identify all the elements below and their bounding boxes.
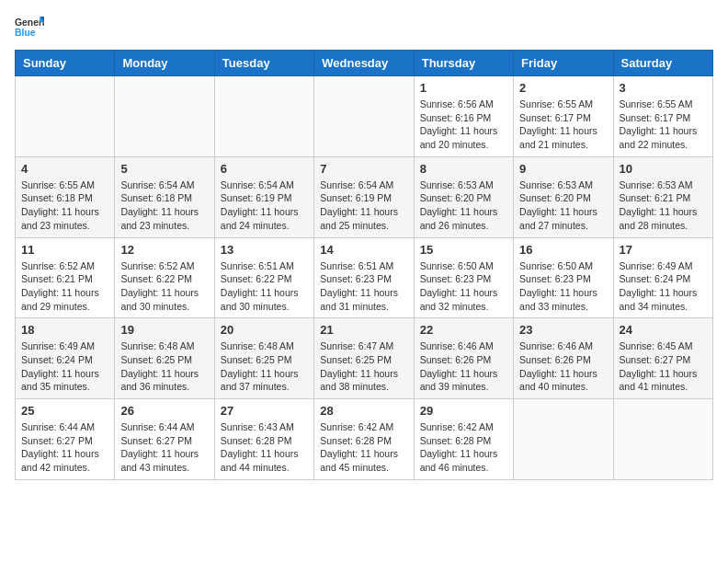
day-number: 10 [620, 162, 707, 176]
day-number: 26 [120, 404, 208, 418]
day-number: 14 [320, 243, 407, 257]
day-number: 6 [221, 162, 308, 176]
day-number: 9 [519, 162, 607, 176]
day-info: Sunrise: 6:53 AM Sunset: 6:21 PM Dayligh… [620, 178, 707, 233]
calendar-day-cell: 1Sunrise: 6:56 AM Sunset: 6:16 PM Daylig… [414, 76, 513, 157]
calendar-table: SundayMondayTuesdayWednesdayThursdayFrid… [15, 50, 713, 480]
day-info: Sunrise: 6:53 AM Sunset: 6:20 PM Dayligh… [519, 178, 607, 233]
calendar-day-cell: 14Sunrise: 6:51 AM Sunset: 6:23 PM Dayli… [314, 237, 414, 318]
day-info: Sunrise: 6:55 AM Sunset: 6:17 PM Dayligh… [620, 98, 707, 152]
calendar-day-cell: 20Sunrise: 6:48 AM Sunset: 6:25 PM Dayli… [214, 318, 313, 399]
day-info: Sunrise: 6:49 AM Sunset: 6:24 PM Dayligh… [620, 259, 707, 314]
day-info: Sunrise: 6:49 AM Sunset: 6:24 PM Dayligh… [21, 339, 108, 394]
day-info: Sunrise: 6:44 AM Sunset: 6:27 PM Dayligh… [120, 420, 208, 475]
day-number: 5 [120, 162, 208, 176]
day-info: Sunrise: 6:51 AM Sunset: 6:23 PM Dayligh… [320, 259, 407, 314]
calendar-day-cell: 5Sunrise: 6:54 AM Sunset: 6:18 PM Daylig… [115, 156, 214, 237]
day-header-monday: Monday [115, 51, 214, 76]
calendar-day-cell: 9Sunrise: 6:53 AM Sunset: 6:20 PM Daylig… [514, 156, 613, 237]
calendar-day-cell: 7Sunrise: 6:54 AM Sunset: 6:19 PM Daylig… [314, 156, 414, 237]
day-info: Sunrise: 6:48 AM Sunset: 6:25 PM Dayligh… [120, 339, 208, 394]
logo: General Blue [15, 15, 44, 40]
day-info: Sunrise: 6:46 AM Sunset: 6:26 PM Dayligh… [420, 339, 507, 394]
day-info: Sunrise: 6:52 AM Sunset: 6:22 PM Dayligh… [120, 259, 208, 314]
day-number: 24 [620, 323, 707, 337]
calendar-day-cell [314, 76, 414, 157]
calendar-day-cell: 8Sunrise: 6:53 AM Sunset: 6:20 PM Daylig… [414, 156, 513, 237]
day-header-wednesday: Wednesday [314, 51, 414, 76]
day-info: Sunrise: 6:50 AM Sunset: 6:23 PM Dayligh… [420, 259, 507, 314]
day-number: 29 [420, 404, 507, 418]
calendar-day-cell: 11Sunrise: 6:52 AM Sunset: 6:21 PM Dayli… [16, 237, 115, 318]
calendar-day-cell: 21Sunrise: 6:47 AM Sunset: 6:25 PM Dayli… [314, 318, 414, 399]
day-info: Sunrise: 6:52 AM Sunset: 6:21 PM Dayligh… [21, 259, 108, 314]
calendar-day-cell [613, 399, 712, 480]
day-info: Sunrise: 6:54 AM Sunset: 6:19 PM Dayligh… [320, 178, 407, 233]
day-header-sunday: Sunday [16, 51, 115, 76]
day-number: 18 [21, 323, 108, 337]
day-number: 25 [21, 404, 108, 418]
day-info: Sunrise: 6:48 AM Sunset: 6:25 PM Dayligh… [221, 339, 308, 394]
calendar-week-row: 18Sunrise: 6:49 AM Sunset: 6:24 PM Dayli… [16, 318, 713, 399]
calendar-day-cell: 24Sunrise: 6:45 AM Sunset: 6:27 PM Dayli… [613, 318, 712, 399]
day-header-tuesday: Tuesday [214, 51, 313, 76]
day-info: Sunrise: 6:56 AM Sunset: 6:16 PM Dayligh… [420, 98, 507, 152]
calendar-day-cell: 17Sunrise: 6:49 AM Sunset: 6:24 PM Dayli… [613, 237, 712, 318]
day-number: 12 [120, 243, 208, 257]
day-number: 22 [420, 323, 507, 337]
day-info: Sunrise: 6:53 AM Sunset: 6:20 PM Dayligh… [420, 178, 507, 233]
day-info: Sunrise: 6:54 AM Sunset: 6:19 PM Dayligh… [221, 178, 308, 233]
calendar-header-row: SundayMondayTuesdayWednesdayThursdayFrid… [16, 51, 713, 76]
day-number: 16 [519, 243, 607, 257]
svg-text:Blue: Blue [15, 28, 36, 38]
day-number: 21 [320, 323, 407, 337]
day-number: 1 [420, 81, 507, 95]
day-number: 28 [320, 404, 407, 418]
day-info: Sunrise: 6:46 AM Sunset: 6:26 PM Dayligh… [519, 339, 607, 394]
day-number: 4 [21, 162, 108, 176]
day-info: Sunrise: 6:55 AM Sunset: 6:18 PM Dayligh… [21, 178, 108, 233]
day-info: Sunrise: 6:55 AM Sunset: 6:17 PM Dayligh… [519, 98, 607, 152]
calendar-day-cell: 12Sunrise: 6:52 AM Sunset: 6:22 PM Dayli… [115, 237, 214, 318]
day-info: Sunrise: 6:42 AM Sunset: 6:28 PM Dayligh… [420, 420, 507, 475]
day-number: 2 [519, 81, 607, 95]
day-info: Sunrise: 6:45 AM Sunset: 6:27 PM Dayligh… [620, 339, 707, 394]
day-info: Sunrise: 6:43 AM Sunset: 6:28 PM Dayligh… [221, 420, 308, 475]
calendar-day-cell: 10Sunrise: 6:53 AM Sunset: 6:21 PM Dayli… [613, 156, 712, 237]
calendar-day-cell: 13Sunrise: 6:51 AM Sunset: 6:22 PM Dayli… [214, 237, 313, 318]
calendar-day-cell [16, 76, 115, 157]
calendar-day-cell: 23Sunrise: 6:46 AM Sunset: 6:26 PM Dayli… [514, 318, 613, 399]
day-info: Sunrise: 6:42 AM Sunset: 6:28 PM Dayligh… [320, 420, 407, 475]
day-number: 19 [120, 323, 208, 337]
generalblue-logo-icon: General Blue [15, 15, 44, 40]
day-number: 8 [420, 162, 507, 176]
day-info: Sunrise: 6:50 AM Sunset: 6:23 PM Dayligh… [519, 259, 607, 314]
day-number: 7 [320, 162, 407, 176]
calendar-week-row: 4Sunrise: 6:55 AM Sunset: 6:18 PM Daylig… [16, 156, 713, 237]
day-number: 27 [221, 404, 308, 418]
calendar-day-cell [514, 399, 613, 480]
calendar-week-row: 25Sunrise: 6:44 AM Sunset: 6:27 PM Dayli… [16, 399, 713, 480]
page-container: General Blue SundayMondayTuesdayWednesda… [15, 15, 713, 480]
day-number: 20 [221, 323, 308, 337]
calendar-day-cell [214, 76, 313, 157]
day-info: Sunrise: 6:51 AM Sunset: 6:22 PM Dayligh… [221, 259, 308, 314]
day-info: Sunrise: 6:44 AM Sunset: 6:27 PM Dayligh… [21, 420, 108, 475]
calendar-day-cell: 2Sunrise: 6:55 AM Sunset: 6:17 PM Daylig… [514, 76, 613, 157]
calendar-day-cell: 22Sunrise: 6:46 AM Sunset: 6:26 PM Dayli… [414, 318, 513, 399]
day-info: Sunrise: 6:54 AM Sunset: 6:18 PM Dayligh… [120, 178, 208, 233]
day-info: Sunrise: 6:47 AM Sunset: 6:25 PM Dayligh… [320, 339, 407, 394]
calendar-day-cell: 3Sunrise: 6:55 AM Sunset: 6:17 PM Daylig… [613, 76, 712, 157]
calendar-day-cell: 25Sunrise: 6:44 AM Sunset: 6:27 PM Dayli… [16, 399, 115, 480]
calendar-day-cell: 4Sunrise: 6:55 AM Sunset: 6:18 PM Daylig… [16, 156, 115, 237]
day-header-saturday: Saturday [613, 51, 712, 76]
day-header-friday: Friday [514, 51, 613, 76]
calendar-day-cell: 16Sunrise: 6:50 AM Sunset: 6:23 PM Dayli… [514, 237, 613, 318]
calendar-day-cell: 29Sunrise: 6:42 AM Sunset: 6:28 PM Dayli… [414, 399, 513, 480]
calendar-day-cell: 27Sunrise: 6:43 AM Sunset: 6:28 PM Dayli… [214, 399, 313, 480]
day-number: 11 [21, 243, 108, 257]
day-number: 13 [221, 243, 308, 257]
calendar-day-cell: 18Sunrise: 6:49 AM Sunset: 6:24 PM Dayli… [16, 318, 115, 399]
calendar-week-row: 11Sunrise: 6:52 AM Sunset: 6:21 PM Dayli… [16, 237, 713, 318]
header: General Blue [15, 15, 713, 40]
